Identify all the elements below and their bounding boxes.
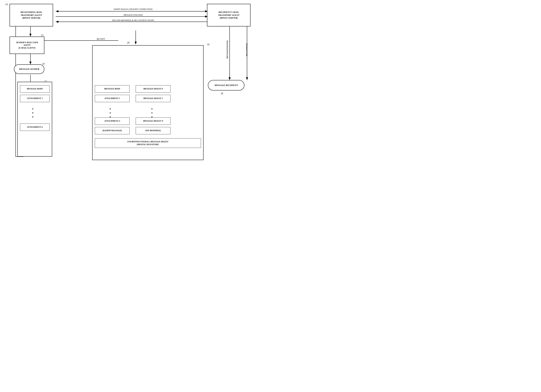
sender-attachment1: ATTACHMENT 1 bbox=[20, 95, 50, 102]
label-18: 18 bbox=[221, 92, 223, 95]
message-sender-label: MESSAGE SENDER bbox=[19, 68, 39, 71]
label-16: 16 bbox=[207, 43, 209, 46]
receipt-digest1: MESSAGE DIGEST 1 bbox=[136, 95, 171, 102]
recipient-mta-label: RECIPIENT'S MAIL TRANSPORT AGENT (RPOST … bbox=[218, 11, 239, 20]
message-recipient-box: MESSAGE RECIPIENT bbox=[208, 80, 244, 90]
receipt-msg-body: MESSAGE BODY bbox=[95, 85, 130, 93]
label-10: 10 bbox=[42, 63, 45, 65]
label-20: 20 bbox=[127, 42, 130, 44]
message-sender-box: MESSAGE SENDER bbox=[14, 64, 44, 74]
message-recipient-label: MESSAGE RECIPIENT bbox=[214, 84, 238, 87]
recipient-mta-box: RECIPIENT'S MAIL TRANSPORT AGENT (RPOST … bbox=[207, 4, 250, 26]
sender-package-box bbox=[17, 82, 52, 157]
esmtp-dialog-label: ESMTP DIALOG (TELENET CONNECTION) bbox=[59, 8, 207, 10]
receipt-digest0: MESSAGE DIGEST 0 bbox=[136, 85, 171, 93]
mua-notices-vertical: MUA NOTICES bbox=[245, 29, 248, 70]
label-14: 14 bbox=[5, 3, 8, 6]
receipt-esmtp-dialog: (E)SMTP DIALOG(S) bbox=[95, 127, 130, 134]
sender-msg-body: MESSAGE BODY bbox=[20, 85, 50, 93]
receipt-dsn-report: DSN REPORT(S) bbox=[136, 127, 171, 134]
label-13: 13 bbox=[41, 34, 43, 37]
receipt-dots-left: ••• bbox=[109, 107, 111, 119]
sender-mua-box: SENDER'S MAIL USER AGENT (E-MAIL CLIENT) bbox=[10, 37, 44, 54]
receipt-digestn: MESSAGE DIGEST N bbox=[136, 117, 171, 125]
encrypted-digest-box: ENCRYPTED OVERALL MESSAGE DIGEST (DIGITA… bbox=[95, 138, 201, 148]
receipt-attachment1: ATTACHMENT 1 bbox=[95, 95, 130, 102]
registering-mta-label: REGISTERING MAIL TRANSPORT AGENT (RPOST … bbox=[21, 11, 42, 20]
sender-mua-label: SENDER'S MAIL USER AGENT (E-MAIL CLIENT) bbox=[16, 41, 38, 49]
sender-attachmentn: ATTACHMENT n bbox=[20, 124, 50, 131]
message-tagged-label: MESSAGE (TAGGED) bbox=[59, 14, 207, 16]
receipt-dots-right: ••• bbox=[151, 107, 153, 119]
receipt-attachmentn: ATTACHMENT n bbox=[95, 117, 130, 125]
receipt-label: RECEIPT bbox=[66, 38, 136, 40]
mta-dsn-label: MTA DSN REPORT(S) & MUA NOTIFICATIONS bbox=[59, 19, 207, 22]
diagram: 14 REGISTERING MAIL TRANSPORT AGENT (RPO… bbox=[0, 0, 270, 196]
sender-dots: ••• bbox=[32, 107, 34, 119]
registering-mta-box: REGISTERING MAIL TRANSPORT AGENT (RPOST … bbox=[10, 4, 53, 26]
message-tagged-vertical: MESSAGE(TAGGED) bbox=[225, 29, 229, 70]
